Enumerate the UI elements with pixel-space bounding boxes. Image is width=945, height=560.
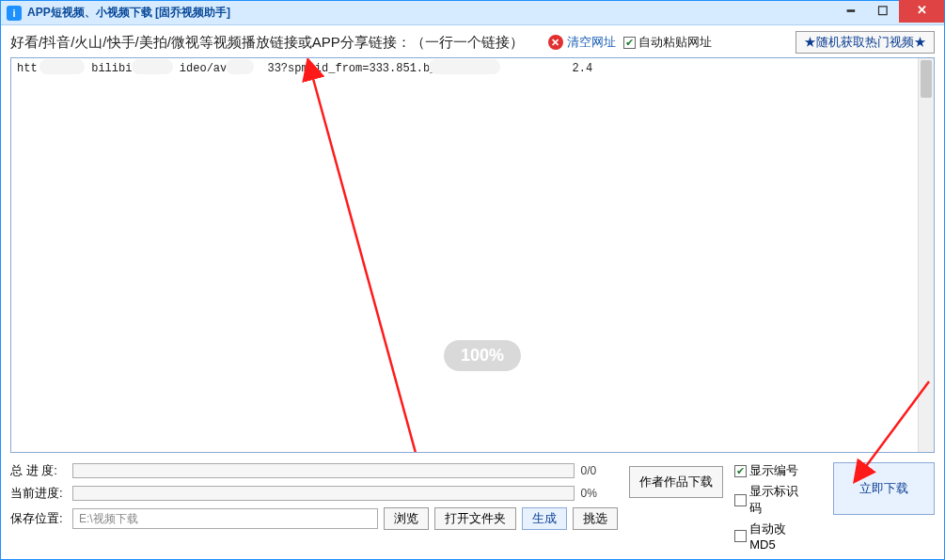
auto-paste-label: 自动粘贴网址 bbox=[638, 34, 712, 51]
checkbox-icon bbox=[734, 530, 747, 542]
current-progress-bar bbox=[72, 486, 575, 501]
checkbox-icon: ✔ bbox=[734, 465, 747, 477]
save-path-row: 保存位置: 浏览 打开文件夹 生成 挑选 bbox=[10, 507, 618, 530]
show-number-checkbox[interactable]: ✔ 显示编号 bbox=[734, 462, 811, 479]
auto-md5-checkbox[interactable]: 自动改MD5 bbox=[734, 521, 811, 552]
maximize-button[interactable]: ☐ bbox=[867, 1, 899, 22]
close-button[interactable]: ✕ bbox=[899, 0, 944, 23]
random-hot-video-button[interactable]: ★随机获取热门视频★ bbox=[795, 31, 935, 54]
browse-button[interactable]: 浏览 bbox=[384, 507, 429, 530]
redaction bbox=[39, 59, 85, 74]
clear-icon: ✕ bbox=[548, 35, 563, 50]
total-progress-bar bbox=[72, 463, 575, 478]
instruction-label: 好看/抖音/火山/快手/美拍/微视等视频播放链接或APP分享链接：（一行一个链接… bbox=[10, 34, 524, 52]
mid-column: 作者作品下载 bbox=[629, 466, 723, 498]
auto-md5-label: 自动改MD5 bbox=[749, 521, 811, 552]
current-progress-row: 当前进度: 0% bbox=[10, 485, 618, 502]
progress-column: 总 进 度: 0/0 当前进度: 0% 保存位置: 浏览 打开文件夹 生成 挑选 bbox=[10, 462, 618, 530]
titlebar: i APP短视频、小视频下载 [固乔视频助手] ━ ☐ ✕ bbox=[1, 1, 944, 25]
show-number-label: 显示编号 bbox=[749, 462, 798, 479]
total-progress-row: 总 进 度: 0/0 bbox=[10, 462, 618, 479]
download-now-label: 立即下载 bbox=[859, 480, 908, 497]
checkbox-icon bbox=[734, 494, 747, 506]
watermark-badge: 100% bbox=[444, 340, 521, 371]
total-progress-label: 总 进 度: bbox=[10, 462, 67, 479]
scrollbar-thumb[interactable] bbox=[921, 60, 932, 98]
current-progress-text: 0% bbox=[580, 487, 618, 500]
minimize-button[interactable]: ━ bbox=[835, 1, 867, 22]
pick-button[interactable]: 挑选 bbox=[573, 507, 618, 530]
window-title: APP短视频、小视频下载 [固乔视频助手] bbox=[27, 5, 230, 21]
author-works-download-button[interactable]: 作者作品下载 bbox=[629, 466, 723, 498]
clear-urls-button[interactable]: ✕ 清空网址 bbox=[548, 34, 616, 51]
open-folder-button[interactable]: 打开文件夹 bbox=[434, 507, 516, 530]
redaction bbox=[429, 59, 500, 74]
redaction bbox=[132, 59, 173, 74]
app-icon: i bbox=[7, 6, 22, 21]
download-now-button[interactable]: 立即下载 bbox=[833, 462, 935, 515]
save-path-label: 保存位置: bbox=[10, 510, 67, 527]
bottom-panel: 总 进 度: 0/0 当前进度: 0% 保存位置: 浏览 打开文件夹 生成 挑选… bbox=[1, 459, 944, 559]
url-textarea[interactable] bbox=[11, 58, 934, 452]
checkbox-icon: ✔ bbox=[623, 37, 636, 49]
save-path-input[interactable] bbox=[72, 508, 378, 529]
url-input-area: 100% bbox=[10, 57, 935, 453]
show-marker-checkbox[interactable]: 显示标识码 bbox=[734, 483, 811, 517]
toolbar: 好看/抖音/火山/快手/美拍/微视等视频播放链接或APP分享链接：（一行一个链接… bbox=[1, 25, 944, 57]
total-progress-text: 0/0 bbox=[580, 464, 618, 477]
app-window: i APP短视频、小视频下载 [固乔视频助手] ━ ☐ ✕ 好看/抖音/火山/快… bbox=[0, 0, 945, 560]
generate-button[interactable]: 生成 bbox=[522, 507, 567, 530]
show-marker-label: 显示标识码 bbox=[749, 483, 811, 517]
auto-paste-checkbox[interactable]: ✔ 自动粘贴网址 bbox=[623, 34, 712, 51]
redaction bbox=[226, 59, 254, 74]
options-column: ✔ 显示编号 显示标识码 自动改MD5 bbox=[734, 462, 811, 552]
clear-label: 清空网址 bbox=[567, 34, 616, 51]
current-progress-label: 当前进度: bbox=[10, 485, 67, 502]
